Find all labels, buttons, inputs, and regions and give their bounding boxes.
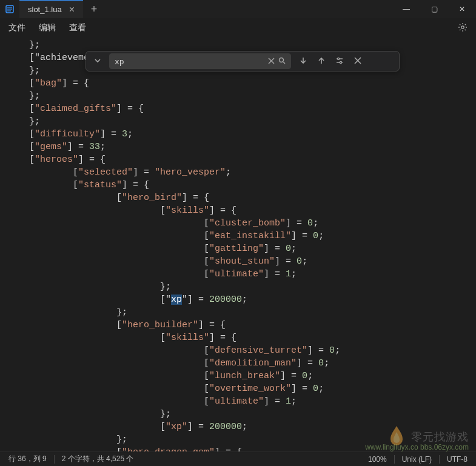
search-icon [278, 57, 286, 64]
search-highlight: xp [171, 295, 182, 305]
sliders-icon [335, 56, 344, 65]
find-next-button[interactable] [297, 56, 309, 67]
tab-slot-1-lua[interactable]: slot_1.lua × [19, 0, 83, 18]
divider [394, 455, 395, 464]
app-icon [0, 0, 19, 18]
menubar: 文件 编辑 查看 [0, 18, 476, 38]
expand-replace-button[interactable] [92, 56, 103, 66]
menu-view[interactable]: 查看 [69, 22, 86, 33]
settings-button[interactable] [458, 22, 468, 34]
x-icon [268, 58, 275, 64]
arrow-up-icon [317, 56, 326, 65]
status-zoom[interactable]: 100% [368, 455, 387, 464]
close-icon [354, 57, 361, 64]
statusbar: 行 36，列 9 2 个字符，共 4,525 个 100% Unix (LF) … [0, 451, 476, 466]
find-options-button[interactable] [334, 56, 346, 67]
arrow-down-icon [299, 56, 307, 65]
status-line-col[interactable]: 行 36，列 9 [8, 454, 47, 464]
tab-label: slot_1.lua [28, 5, 62, 14]
svg-line-6 [283, 62, 285, 64]
add-tab-button[interactable]: + [83, 0, 105, 18]
svg-point-4 [461, 25, 464, 28]
find-prev-button[interactable] [315, 56, 327, 67]
status-selection[interactable]: 2 个字符，共 4,525 个 [62, 454, 134, 464]
titlebar: slot_1.lua × + — ▢ ✕ [0, 0, 476, 18]
minimize-icon: — [403, 5, 410, 13]
window-controls: — ▢ ✕ [392, 0, 476, 18]
divider [439, 455, 440, 464]
status-encoding[interactable]: UTF-8 [447, 455, 468, 464]
search-in-selection-button[interactable] [278, 57, 286, 66]
code-content[interactable]: }; ["achieveme }; ["bag"] = { }; ["claim… [29, 39, 476, 451]
maximize-icon: ▢ [431, 5, 438, 13]
menu-edit[interactable]: 编辑 [39, 22, 56, 33]
minimize-button[interactable]: — [392, 0, 420, 18]
maximize-button[interactable]: ▢ [420, 0, 448, 18]
watermark-url: www.lingliuyx.co bbs.06zyx.com [365, 443, 469, 451]
editor[interactable]: }; ["achieveme }; ["bag"] = { }; ["claim… [0, 38, 476, 451]
svg-point-9 [337, 58, 339, 59]
divider [54, 455, 55, 464]
chevron-down-icon [94, 57, 101, 64]
status-eol[interactable]: Unix (LF) [402, 455, 432, 464]
close-find-button[interactable] [352, 56, 364, 66]
find-bar [85, 51, 400, 72]
menu-file[interactable]: 文件 [8, 22, 25, 33]
gear-icon [458, 22, 468, 32]
clear-search-button[interactable] [268, 57, 275, 66]
plus-icon: + [91, 3, 98, 16]
close-window-button[interactable]: ✕ [448, 0, 476, 18]
tabs: slot_1.lua × + [19, 0, 105, 18]
svg-point-10 [340, 61, 341, 63]
svg-point-5 [280, 58, 284, 62]
close-icon: ✕ [459, 5, 465, 13]
find-input-wrap [109, 53, 291, 69]
find-input[interactable] [115, 57, 264, 66]
close-icon[interactable]: × [69, 4, 75, 15]
